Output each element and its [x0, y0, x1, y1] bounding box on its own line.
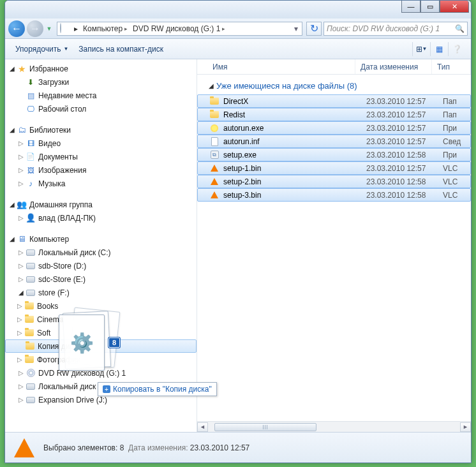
- file-row[interactable]: DirectX23.03.2010 12:57Пап: [197, 94, 471, 108]
- explorer-window: — ▭ ✕ ← → ▼ ▸ Компьютер▸ DVD RW дисковод…: [4, 0, 472, 463]
- file-name: autorun.inf: [223, 137, 366, 146]
- view-options-button[interactable]: ⊞ ▼: [412, 42, 430, 56]
- tree-item[interactable]: store (F:): [38, 288, 70, 297]
- folder-icon: [24, 328, 34, 338]
- refresh-button[interactable]: ↻: [306, 22, 322, 36]
- tree-item[interactable]: sdb-Store (D:): [38, 262, 86, 271]
- drive-icon: [26, 248, 36, 258]
- tree-item[interactable]: DVD RW дисковод (G:) 1: [38, 369, 126, 378]
- user-icon: 👤: [26, 213, 36, 223]
- file-date: 23.03.2010 12:58: [366, 191, 443, 200]
- tree-item[interactable]: Недавние места: [38, 91, 96, 100]
- drive-icon: [26, 288, 36, 298]
- status-date-label: Дата изменения:: [128, 443, 188, 452]
- breadcrumb-segment[interactable]: Компьютер▸: [80, 22, 130, 35]
- search-icon: 🔍: [455, 24, 465, 33]
- tree-item[interactable]: Загрузки: [38, 78, 69, 87]
- file-icon: [209, 123, 219, 133]
- file-row[interactable]: setup-3.bin23.03.2010 12:58VLC: [197, 188, 471, 202]
- file-date: 23.03.2010 12:57: [366, 164, 443, 173]
- tree-libraries[interactable]: Библиотеки: [29, 126, 71, 135]
- status-bar: Выбрано элементов: 8 Дата изменения: 23.…: [5, 432, 471, 463]
- tree-item[interactable]: Фотографии: [37, 355, 81, 364]
- tree-homegroup[interactable]: Домашняя группа: [29, 200, 93, 209]
- recent-icon: ▤: [26, 91, 36, 101]
- titlebar: — ▭ ✕: [5, 1, 471, 19]
- pictures-icon: 🖼: [26, 165, 36, 175]
- tree-item[interactable]: Expansion Drive (J:): [38, 396, 107, 404]
- tree-item[interactable]: Локальный диск (C:): [38, 248, 111, 257]
- folder-icon: [25, 341, 35, 352]
- tree-item[interactable]: Books: [37, 302, 58, 311]
- breadcrumb-segment[interactable]: ▸: [71, 22, 80, 35]
- address-bar[interactable]: ▸ Компьютер▸ DVD RW дисковод (G:) 1▸ ▾: [57, 22, 302, 36]
- tree-item[interactable]: sdc-Store (E:): [38, 275, 86, 284]
- downloads-icon: ⬇: [26, 77, 36, 87]
- forward-button[interactable]: →: [27, 20, 43, 37]
- column-header-type[interactable]: Тип: [432, 59, 471, 74]
- file-name: DirectX: [223, 97, 366, 106]
- drive-icon: [26, 395, 36, 405]
- maximize-button[interactable]: ▭: [420, 1, 440, 13]
- tree-item[interactable]: Музыка: [38, 179, 65, 188]
- drive-icon: [60, 24, 70, 34]
- copy-plus-icon: +: [103, 385, 110, 393]
- tree-item-selected[interactable]: Копия диска: [5, 339, 197, 353]
- tree-item[interactable]: влад (ВЛАД-ПК): [38, 214, 96, 223]
- close-button[interactable]: ✕: [440, 1, 469, 13]
- scroll-left-button[interactable]: ◄: [197, 422, 208, 432]
- column-header-name[interactable]: Имя: [197, 59, 355, 74]
- music-icon: ♪: [26, 179, 36, 189]
- file-icon: [209, 137, 219, 147]
- scroll-right-button[interactable]: ►: [460, 422, 471, 432]
- back-button[interactable]: ←: [8, 20, 25, 37]
- minimize-button[interactable]: —: [401, 1, 420, 13]
- column-header-date[interactable]: Дата изменения: [355, 59, 432, 74]
- tree-item[interactable]: Видео: [38, 139, 61, 148]
- file-row[interactable]: Redist23.03.2010 12:57Пап: [197, 108, 471, 121]
- drive-icon: [26, 382, 36, 392]
- breadcrumb-segment[interactable]: DVD RW дисковод (G:) 1▸: [130, 22, 228, 35]
- file-group-header[interactable]: ◢Уже имеющиеся на диске файлы (8): [197, 75, 471, 94]
- file-type: Пап: [443, 110, 457, 119]
- help-button[interactable]: ❔: [448, 42, 466, 56]
- tree-favorites[interactable]: Избранное: [29, 64, 68, 73]
- content-area: ◢★Избранное ⬇Загрузки ▤Недавние места 🖵Р…: [5, 59, 471, 432]
- file-row[interactable]: autorun.exe23.03.2010 12:57При: [197, 121, 471, 135]
- search-input[interactable]: Поиск: DVD RW дисковод (G:) 1 🔍: [324, 22, 468, 36]
- scrollbar-thumb[interactable]: [214, 423, 316, 431]
- tree-item[interactable]: Рабочий стол: [38, 105, 86, 114]
- burn-button[interactable]: Запись на компакт-диск: [73, 43, 168, 56]
- file-name: setup-1.bin: [223, 164, 366, 173]
- file-icon: ⧉: [209, 150, 219, 160]
- file-icon: [209, 96, 219, 107]
- file-date: 23.03.2010 12:57: [366, 110, 443, 119]
- file-row[interactable]: setup-1.bin23.03.2010 12:57VLC: [197, 161, 471, 175]
- preview-pane-button[interactable]: ▦: [430, 42, 448, 56]
- file-row[interactable]: ⧉setup.exe23.03.2010 12:58При: [197, 148, 471, 161]
- file-list: DirectX23.03.2010 12:57ПапRedist23.03.20…: [197, 94, 471, 202]
- tree-computer[interactable]: Компьютер: [29, 235, 69, 244]
- tree-item[interactable]: Soft: [37, 329, 50, 337]
- file-row[interactable]: setup-2.bin23.03.2010 12:58VLC: [197, 175, 471, 188]
- libraries-icon: 🗂: [17, 125, 27, 135]
- selection-icon: [11, 435, 37, 461]
- status-selected: Выбрано элементов: 8: [43, 443, 124, 452]
- file-name: Redist: [223, 110, 366, 119]
- navigation-bar: ← → ▼ ▸ Компьютер▸ DVD RW дисковод (G:) …: [5, 19, 471, 39]
- tree-item[interactable]: Локальный диск (I:): [38, 382, 107, 391]
- file-row[interactable]: autorun.inf23.03.2010 12:57Свед: [197, 135, 471, 148]
- file-icon: [209, 190, 219, 200]
- tree-item[interactable]: Изображения: [38, 166, 86, 175]
- file-date: 23.03.2010 12:57: [366, 97, 443, 106]
- file-name: setup-2.bin: [223, 177, 366, 186]
- history-dropdown-icon[interactable]: ▼: [45, 22, 53, 35]
- address-dropdown-icon[interactable]: ▾: [292, 24, 301, 33]
- file-list-pane: ▲ Имя Дата изменения Тип ◢Уже имеющиеся …: [197, 59, 471, 432]
- file-date: 23.03.2010 12:57: [366, 137, 443, 146]
- navigation-pane[interactable]: ◢★Избранное ⬇Загрузки ▤Недавние места 🖵Р…: [5, 59, 197, 432]
- tree-item[interactable]: Документы: [38, 152, 78, 161]
- horizontal-scrollbar[interactable]: ◄ ►: [197, 421, 471, 432]
- tree-item[interactable]: Cinema: [37, 315, 63, 324]
- organize-button[interactable]: Упорядочить▼: [10, 43, 73, 56]
